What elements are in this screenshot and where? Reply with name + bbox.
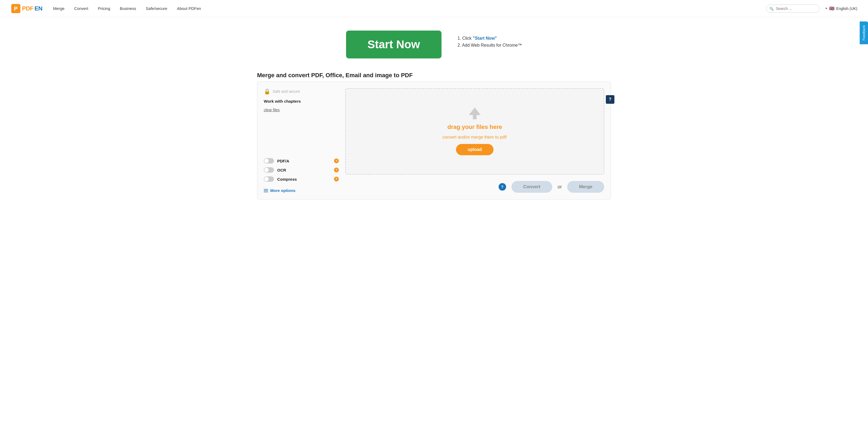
chevron-down-icon: ▼	[825, 7, 828, 10]
header: P PDF EN Merge Convert Pricing Business …	[0, 0, 868, 17]
toggles-section: PDF/A ? OCR ? Compress ?	[264, 158, 339, 182]
hero-step1: 1. Click "Start Now"	[458, 36, 522, 41]
nav-convert[interactable]: Convert	[74, 6, 89, 11]
nav-pricing[interactable]: Pricing	[98, 6, 110, 11]
nav-business[interactable]: Business	[120, 6, 136, 11]
toggle-row-compress: Compress ?	[264, 176, 339, 182]
drag-text: drag your files here	[447, 124, 502, 130]
lock-icon: 🔒	[264, 88, 271, 95]
pdfa-label: PDF/A	[277, 159, 331, 163]
bottom-bar: ? Convert or Merge	[345, 179, 604, 193]
compress-toggle[interactable]	[264, 176, 274, 182]
search-input[interactable]	[766, 5, 820, 12]
convert-button[interactable]: Convert	[512, 181, 552, 193]
safe-secure-label: 🔒 Safe and secure	[264, 88, 339, 95]
merge-button[interactable]: Merge	[567, 181, 604, 193]
feedback-tab[interactable]: Feedback	[860, 22, 868, 44]
page-title-section: Merge and convert PDF, Office, Email and…	[246, 66, 622, 82]
or-separator: or	[558, 184, 562, 190]
tool-container: ? 🔒 Safe and secure Work with chapters c…	[246, 82, 622, 210]
ocr-toggle[interactable]	[264, 167, 274, 173]
lang-label: English (UK)	[836, 6, 857, 11]
hero-inner: Start Now 1. Click "Start Now" 2. Add We…	[273, 31, 595, 58]
drag-sub-text: convert and/or merge them to pdf!	[442, 135, 507, 140]
drop-zone[interactable]: drag your files here convert and/or merg…	[345, 88, 604, 175]
logo-en: EN	[35, 5, 42, 12]
language-selector[interactable]: ▼ 🇬🇧 English (UK)	[825, 6, 858, 11]
compress-label: Compress	[277, 177, 331, 182]
nav-safe-secure[interactable]: Safe/secure	[146, 6, 167, 11]
nav-about[interactable]: About PDFen	[177, 6, 201, 11]
work-chapters-label: Work with chapters	[264, 99, 339, 103]
hero-steps: 1. Click "Start Now" 2. Add Web Results …	[458, 31, 522, 48]
hero-step2: 2. Add Web Results for Chrome™	[458, 43, 522, 48]
logo[interactable]: P PDF EN	[11, 3, 42, 14]
toggle-row-pdfa: PDF/A ?	[264, 158, 339, 163]
upload-button[interactable]: upload	[456, 144, 494, 155]
logo-pdf: PDF	[22, 5, 33, 12]
search-icon: 🔍	[769, 6, 774, 10]
pdfa-toggle[interactable]	[264, 158, 274, 163]
upload-arrow-icon	[469, 108, 480, 119]
logo-icon: P	[11, 3, 21, 14]
left-panel: 🔒 Safe and secure Work with chapters cle…	[264, 88, 339, 193]
start-now-button[interactable]: Start Now	[346, 31, 441, 58]
tool-box: ? 🔒 Safe and secure Work with chapters c…	[257, 82, 611, 199]
more-options-button[interactable]: More options	[264, 188, 339, 193]
start-now-link[interactable]: "Start Now"	[473, 36, 497, 40]
ocr-help-icon[interactable]: ?	[334, 167, 339, 173]
ocr-label: OCR	[277, 168, 331, 173]
main-nav: Merge Convert Pricing Business Safe/secu…	[53, 6, 766, 11]
nav-merge[interactable]: Merge	[53, 6, 65, 11]
svg-text:P: P	[14, 6, 18, 11]
clear-files-link[interactable]: clear files	[264, 108, 339, 112]
flag-icon: 🇬🇧	[829, 6, 835, 11]
page-title: Merge and convert PDF, Office, Email and…	[257, 72, 611, 79]
menu-icon	[264, 189, 268, 192]
search-box: 🔍	[766, 5, 820, 12]
compress-help-icon[interactable]: ?	[334, 177, 339, 182]
convert-help-icon[interactable]: ?	[499, 183, 506, 191]
pdfa-help-icon[interactable]: ?	[334, 158, 339, 163]
hero-section: Start Now 1. Click "Start Now" 2. Add We…	[0, 17, 868, 66]
toggle-row-ocr: OCR ?	[264, 167, 339, 173]
help-bubble[interactable]: ?	[606, 95, 614, 104]
right-panel: drag your files here convert and/or merg…	[345, 88, 604, 193]
